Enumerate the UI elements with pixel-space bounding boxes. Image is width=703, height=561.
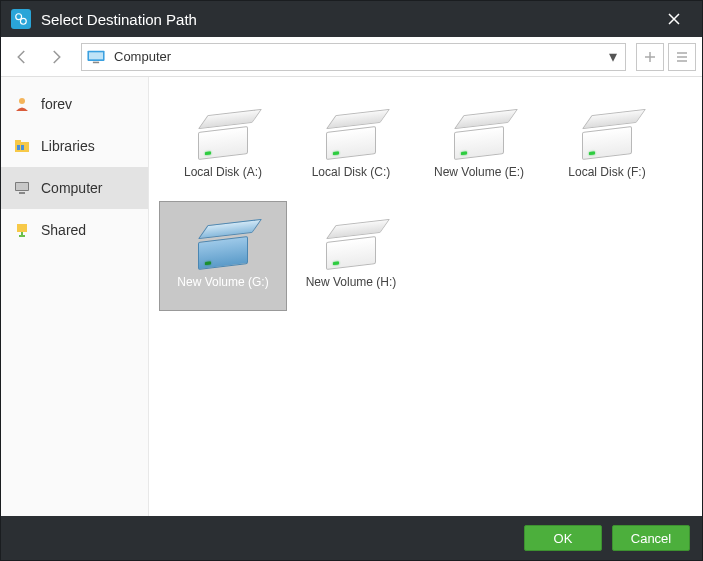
drive-label: Local Disk (C:) (312, 165, 391, 179)
hdd-icon (324, 113, 378, 157)
hdd-icon (196, 113, 250, 157)
window-title: Select Destination Path (41, 11, 656, 28)
ok-button[interactable]: OK (524, 525, 602, 551)
path-box[interactable]: Computer ▾ (81, 43, 626, 71)
breadcrumb-location: Computer (114, 49, 605, 64)
close-button[interactable] (656, 1, 692, 37)
toolbar: Computer ▾ (1, 37, 702, 77)
drive-item[interactable]: New Volume (H:) (287, 201, 415, 311)
titlebar: Select Destination Path (1, 1, 702, 37)
dialog-window: Select Destination Path Computer ▾ (0, 0, 703, 561)
new-folder-button[interactable] (636, 43, 664, 71)
view-list-button[interactable] (668, 43, 696, 71)
drive-label: Local Disk (A:) (184, 165, 262, 179)
hdd-icon (580, 113, 634, 157)
drive-grid: Local Disk (A:) Local Disk (C:) New Volu… (149, 77, 702, 516)
svg-rect-4 (93, 61, 99, 63)
svg-rect-11 (16, 183, 28, 190)
svg-rect-7 (15, 140, 21, 143)
drive-item[interactable]: New Volume (G:) (159, 201, 287, 311)
breadcrumb-dropdown-icon[interactable]: ▾ (605, 47, 621, 66)
drive-item[interactable]: New Volume (E:) (415, 91, 543, 201)
svg-rect-8 (17, 145, 20, 150)
sidebar-item-libraries[interactable]: Libraries (1, 125, 148, 167)
svg-rect-9 (21, 145, 24, 150)
drive-item[interactable]: Local Disk (A:) (159, 91, 287, 201)
sidebar-item-label: Shared (41, 222, 86, 238)
hdd-icon (324, 223, 378, 267)
sidebar: forev Libraries Computer Shared (1, 77, 149, 516)
sidebar-item-computer[interactable]: Computer (1, 167, 148, 209)
svg-point-5 (19, 98, 25, 104)
drive-item[interactable]: Local Disk (C:) (287, 91, 415, 201)
drive-label: New Volume (G:) (177, 275, 268, 289)
sidebar-item-label: Libraries (41, 138, 95, 154)
shared-icon (13, 221, 31, 239)
sidebar-item-label: Computer (41, 180, 102, 196)
nav-back-button[interactable] (7, 42, 37, 72)
drive-item[interactable]: Local Disk (F:) (543, 91, 671, 201)
app-icon (11, 9, 31, 29)
sidebar-item-shared[interactable]: Shared (1, 209, 148, 251)
body: forev Libraries Computer Shared (1, 77, 702, 516)
drive-label: Local Disk (F:) (568, 165, 645, 179)
cancel-button[interactable]: Cancel (612, 525, 690, 551)
svg-rect-13 (17, 224, 27, 232)
footer: OK Cancel (1, 516, 702, 560)
computer-icon (86, 50, 106, 64)
sidebar-item-user[interactable]: forev (1, 83, 148, 125)
hdd-icon (452, 113, 506, 157)
libraries-icon (13, 137, 31, 155)
sidebar-item-label: forev (41, 96, 72, 112)
svg-point-1 (20, 18, 26, 24)
drive-label: New Volume (H:) (306, 275, 397, 289)
svg-rect-12 (19, 192, 25, 194)
nav-forward-button[interactable] (41, 42, 71, 72)
hdd-icon (196, 223, 250, 267)
user-icon (13, 95, 31, 113)
monitor-icon (13, 179, 31, 197)
drive-label: New Volume (E:) (434, 165, 524, 179)
svg-rect-3 (89, 52, 103, 59)
svg-point-0 (16, 14, 22, 20)
